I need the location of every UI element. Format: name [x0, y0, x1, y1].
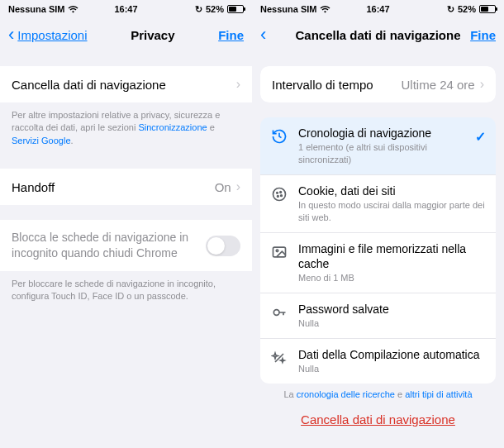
- lock-incognito-row: Blocca le schede di navigazione in incog…: [0, 220, 252, 271]
- lock-incognito-label: Blocca le schede di navigazione in incog…: [12, 230, 206, 261]
- wifi-icon: [320, 5, 330, 13]
- key-icon: [270, 303, 288, 322]
- privacy-screen: Nessuna SIM 16:47 ↻ 52% ‹ Impostazioni P…: [0, 0, 252, 448]
- back-label: Impostazioni: [17, 28, 87, 42]
- done-button[interactable]: Fine: [470, 28, 496, 42]
- svg-point-6: [276, 250, 278, 252]
- page-title: Cancella dati di navigazione: [252, 28, 504, 42]
- sync-link[interactable]: Sincronizzazione: [138, 122, 207, 132]
- cookie-icon: [270, 185, 288, 203]
- handoff-row[interactable]: Handoff On ›: [0, 169, 252, 205]
- done-button[interactable]: Fine: [218, 28, 244, 42]
- status-bar: Nessuna SIM 16:47 ↻ 52%: [0, 0, 252, 18]
- cell-label: Intervallo di tempo: [272, 78, 373, 92]
- image-icon: [270, 243, 288, 261]
- clear-data-screen: Nessuna SIM 16:47 ↻ 52% ‹ Cancella dati …: [252, 0, 504, 448]
- list-item-sub: Meno di 1 MB: [298, 272, 486, 284]
- battery-pct: 52%: [206, 4, 224, 14]
- google-services-link[interactable]: Servizi Google: [12, 136, 71, 145]
- navbar: ‹ Cancella dati di navigazione Fine: [252, 18, 504, 51]
- privacy-footer-1: Per altre impostazioni relative a privac…: [0, 102, 252, 154]
- list-item-passwords[interactable]: Password salvate Nulla: [260, 293, 496, 338]
- list-item-title: Password salvate: [298, 302, 486, 317]
- status-bar: Nessuna SIM 16:47 ↻ 52%: [252, 0, 504, 18]
- chevron-right-icon: ›: [480, 77, 484, 92]
- list-item-sub: 1 elemento (e altri sui dispositivi sinc…: [298, 141, 465, 166]
- battery-pct: 52%: [458, 4, 476, 14]
- back-button[interactable]: ‹: [260, 24, 268, 45]
- page-title: Privacy: [131, 28, 174, 42]
- list-item-title: Immagini e file memorizzati nella cache: [298, 241, 486, 271]
- wifi-icon: [68, 5, 78, 13]
- svg-point-7: [273, 310, 279, 316]
- chevron-left-icon: ‹: [260, 24, 266, 45]
- carrier-label: Nessuna SIM: [260, 4, 316, 14]
- list-item-autofill[interactable]: Dati della Compilazione automatica Nulla: [260, 338, 496, 384]
- clear-data-button[interactable]: Cancella dati di navigazione: [252, 401, 504, 431]
- sync-icon: ↻: [447, 4, 454, 15]
- sync-icon: ↻: [195, 4, 202, 15]
- chevron-left-icon: ‹: [8, 24, 14, 45]
- svg-point-0: [273, 188, 286, 200]
- list-item-sub: Nulla: [298, 363, 486, 375]
- battery-icon: [479, 5, 496, 13]
- back-button[interactable]: ‹ Impostazioni: [8, 24, 88, 45]
- time-range-value: Ultime 24 ore: [401, 78, 474, 92]
- list-item-title: Cronologia di navigazione: [298, 126, 465, 141]
- list-item-title: Dati della Compilazione automatica: [298, 347, 486, 362]
- other-activity-link[interactable]: altri tipi di attività: [405, 389, 472, 399]
- handoff-value: On: [215, 180, 231, 194]
- list-item-sub: Nulla: [298, 317, 486, 330]
- list-item-cache[interactable]: Immagini e file memorizzati nella cache …: [260, 232, 496, 293]
- clear-browsing-data-row[interactable]: Cancella dati di navigazione ›: [0, 66, 252, 102]
- history-icon: [270, 127, 288, 145]
- svg-point-2: [280, 192, 282, 193]
- checkmark-icon: ✓: [475, 129, 486, 145]
- carrier-label: Nessuna SIM: [8, 4, 64, 14]
- svg-point-3: [278, 196, 279, 198]
- lock-incognito-toggle[interactable]: [206, 236, 240, 256]
- list-item-cookies[interactable]: Cookie, dati dei siti In questo modo usc…: [260, 174, 496, 232]
- data-types-list: Cronologia di navigazione 1 elemento (e …: [260, 117, 496, 384]
- search-history-link[interactable]: cronologia delle ricerche: [297, 389, 395, 399]
- svg-point-1: [277, 192, 278, 193]
- chevron-right-icon: ›: [236, 77, 240, 92]
- time-range-row[interactable]: Intervallo di tempo Ultime 24 ore ›: [260, 66, 496, 102]
- bottom-footer: La cronologia delle ricerche e altri tip…: [252, 384, 504, 401]
- list-item-title: Cookie, dati dei siti: [298, 183, 486, 198]
- privacy-footer-2: Per bloccare le schede di navigazione in…: [0, 271, 252, 310]
- battery-icon: [227, 5, 244, 13]
- list-item-browsing-history[interactable]: Cronologia di navigazione 1 elemento (e …: [260, 117, 496, 174]
- list-item-sub: In questo modo uscirai dalla maggior par…: [298, 199, 486, 224]
- cell-label: Cancella dati di navigazione: [12, 78, 166, 92]
- chevron-right-icon: ›: [236, 179, 240, 194]
- navbar: ‹ Impostazioni Privacy Fine: [0, 18, 252, 51]
- cell-label: Handoff: [12, 180, 55, 194]
- wand-icon: [270, 349, 288, 367]
- svg-point-4: [281, 195, 283, 197]
